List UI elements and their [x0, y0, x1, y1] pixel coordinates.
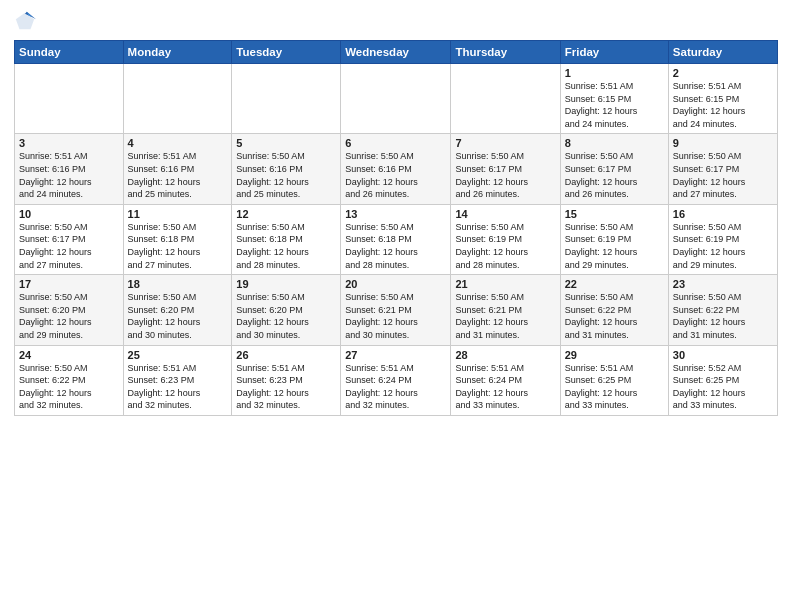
- weekday-row: SundayMondayTuesdayWednesdayThursdayFrid…: [15, 41, 778, 64]
- day-number: 16: [673, 208, 773, 220]
- weekday-monday: Monday: [123, 41, 232, 64]
- logo-icon: [14, 10, 36, 32]
- day-info: Sunrise: 5:50 AMSunset: 6:17 PMDaylight:…: [455, 150, 555, 200]
- day-cell: [232, 64, 341, 134]
- week-row-1: 1Sunrise: 5:51 AMSunset: 6:15 PMDaylight…: [15, 64, 778, 134]
- day-cell: 1Sunrise: 5:51 AMSunset: 6:15 PMDaylight…: [560, 64, 668, 134]
- calendar-body: 1Sunrise: 5:51 AMSunset: 6:15 PMDaylight…: [15, 64, 778, 416]
- day-cell: 4Sunrise: 5:51 AMSunset: 6:16 PMDaylight…: [123, 134, 232, 204]
- day-info: Sunrise: 5:50 AMSunset: 6:18 PMDaylight:…: [236, 221, 336, 271]
- page: SundayMondayTuesdayWednesdayThursdayFrid…: [0, 0, 792, 612]
- day-cell: [451, 64, 560, 134]
- day-cell: 24Sunrise: 5:50 AMSunset: 6:22 PMDayligh…: [15, 345, 124, 415]
- day-cell: 25Sunrise: 5:51 AMSunset: 6:23 PMDayligh…: [123, 345, 232, 415]
- day-number: 19: [236, 278, 336, 290]
- day-cell: 22Sunrise: 5:50 AMSunset: 6:22 PMDayligh…: [560, 275, 668, 345]
- week-row-2: 3Sunrise: 5:51 AMSunset: 6:16 PMDaylight…: [15, 134, 778, 204]
- day-info: Sunrise: 5:50 AMSunset: 6:18 PMDaylight:…: [128, 221, 228, 271]
- day-cell: 12Sunrise: 5:50 AMSunset: 6:18 PMDayligh…: [232, 204, 341, 274]
- day-cell: 14Sunrise: 5:50 AMSunset: 6:19 PMDayligh…: [451, 204, 560, 274]
- day-info: Sunrise: 5:51 AMSunset: 6:25 PMDaylight:…: [565, 362, 664, 412]
- day-number: 6: [345, 137, 446, 149]
- day-cell: [15, 64, 124, 134]
- day-info: Sunrise: 5:51 AMSunset: 6:24 PMDaylight:…: [345, 362, 446, 412]
- day-info: Sunrise: 5:50 AMSunset: 6:17 PMDaylight:…: [565, 150, 664, 200]
- day-cell: 9Sunrise: 5:50 AMSunset: 6:17 PMDaylight…: [668, 134, 777, 204]
- day-number: 26: [236, 349, 336, 361]
- day-info: Sunrise: 5:51 AMSunset: 6:16 PMDaylight:…: [128, 150, 228, 200]
- day-cell: 26Sunrise: 5:51 AMSunset: 6:23 PMDayligh…: [232, 345, 341, 415]
- day-number: 25: [128, 349, 228, 361]
- day-number: 1: [565, 67, 664, 79]
- day-cell: 7Sunrise: 5:50 AMSunset: 6:17 PMDaylight…: [451, 134, 560, 204]
- day-cell: 15Sunrise: 5:50 AMSunset: 6:19 PMDayligh…: [560, 204, 668, 274]
- day-info: Sunrise: 5:51 AMSunset: 6:24 PMDaylight:…: [455, 362, 555, 412]
- day-number: 22: [565, 278, 664, 290]
- weekday-thursday: Thursday: [451, 41, 560, 64]
- day-info: Sunrise: 5:50 AMSunset: 6:21 PMDaylight:…: [455, 291, 555, 341]
- day-cell: [123, 64, 232, 134]
- week-row-4: 17Sunrise: 5:50 AMSunset: 6:20 PMDayligh…: [15, 275, 778, 345]
- day-number: 4: [128, 137, 228, 149]
- day-number: 11: [128, 208, 228, 220]
- day-cell: 28Sunrise: 5:51 AMSunset: 6:24 PMDayligh…: [451, 345, 560, 415]
- weekday-friday: Friday: [560, 41, 668, 64]
- day-info: Sunrise: 5:50 AMSunset: 6:22 PMDaylight:…: [565, 291, 664, 341]
- day-number: 23: [673, 278, 773, 290]
- day-cell: 18Sunrise: 5:50 AMSunset: 6:20 PMDayligh…: [123, 275, 232, 345]
- day-info: Sunrise: 5:50 AMSunset: 6:19 PMDaylight:…: [455, 221, 555, 271]
- day-info: Sunrise: 5:50 AMSunset: 6:16 PMDaylight:…: [236, 150, 336, 200]
- day-number: 29: [565, 349, 664, 361]
- day-number: 2: [673, 67, 773, 79]
- day-number: 3: [19, 137, 119, 149]
- week-row-5: 24Sunrise: 5:50 AMSunset: 6:22 PMDayligh…: [15, 345, 778, 415]
- day-info: Sunrise: 5:50 AMSunset: 6:17 PMDaylight:…: [673, 150, 773, 200]
- day-info: Sunrise: 5:51 AMSunset: 6:15 PMDaylight:…: [565, 80, 664, 130]
- calendar-header: SundayMondayTuesdayWednesdayThursdayFrid…: [15, 41, 778, 64]
- day-info: Sunrise: 5:50 AMSunset: 6:16 PMDaylight:…: [345, 150, 446, 200]
- week-row-3: 10Sunrise: 5:50 AMSunset: 6:17 PMDayligh…: [15, 204, 778, 274]
- day-info: Sunrise: 5:50 AMSunset: 6:20 PMDaylight:…: [128, 291, 228, 341]
- day-cell: 13Sunrise: 5:50 AMSunset: 6:18 PMDayligh…: [341, 204, 451, 274]
- day-number: 13: [345, 208, 446, 220]
- day-number: 10: [19, 208, 119, 220]
- day-number: 9: [673, 137, 773, 149]
- day-number: 5: [236, 137, 336, 149]
- day-number: 28: [455, 349, 555, 361]
- day-cell: 23Sunrise: 5:50 AMSunset: 6:22 PMDayligh…: [668, 275, 777, 345]
- weekday-tuesday: Tuesday: [232, 41, 341, 64]
- day-cell: 27Sunrise: 5:51 AMSunset: 6:24 PMDayligh…: [341, 345, 451, 415]
- day-cell: [341, 64, 451, 134]
- day-info: Sunrise: 5:50 AMSunset: 6:19 PMDaylight:…: [673, 221, 773, 271]
- day-cell: 5Sunrise: 5:50 AMSunset: 6:16 PMDaylight…: [232, 134, 341, 204]
- weekday-sunday: Sunday: [15, 41, 124, 64]
- day-info: Sunrise: 5:50 AMSunset: 6:19 PMDaylight:…: [565, 221, 664, 271]
- day-info: Sunrise: 5:51 AMSunset: 6:23 PMDaylight:…: [236, 362, 336, 412]
- day-cell: 10Sunrise: 5:50 AMSunset: 6:17 PMDayligh…: [15, 204, 124, 274]
- day-info: Sunrise: 5:50 AMSunset: 6:20 PMDaylight:…: [19, 291, 119, 341]
- day-cell: 21Sunrise: 5:50 AMSunset: 6:21 PMDayligh…: [451, 275, 560, 345]
- day-info: Sunrise: 5:50 AMSunset: 6:21 PMDaylight:…: [345, 291, 446, 341]
- day-info: Sunrise: 5:51 AMSunset: 6:16 PMDaylight:…: [19, 150, 119, 200]
- day-info: Sunrise: 5:51 AMSunset: 6:15 PMDaylight:…: [673, 80, 773, 130]
- day-cell: 6Sunrise: 5:50 AMSunset: 6:16 PMDaylight…: [341, 134, 451, 204]
- day-info: Sunrise: 5:50 AMSunset: 6:22 PMDaylight:…: [673, 291, 773, 341]
- header: [14, 10, 778, 32]
- day-info: Sunrise: 5:51 AMSunset: 6:23 PMDaylight:…: [128, 362, 228, 412]
- weekday-saturday: Saturday: [668, 41, 777, 64]
- weekday-wednesday: Wednesday: [341, 41, 451, 64]
- day-cell: 16Sunrise: 5:50 AMSunset: 6:19 PMDayligh…: [668, 204, 777, 274]
- day-info: Sunrise: 5:50 AMSunset: 6:20 PMDaylight:…: [236, 291, 336, 341]
- day-cell: 8Sunrise: 5:50 AMSunset: 6:17 PMDaylight…: [560, 134, 668, 204]
- day-number: 8: [565, 137, 664, 149]
- day-number: 24: [19, 349, 119, 361]
- day-number: 14: [455, 208, 555, 220]
- day-number: 7: [455, 137, 555, 149]
- logo: [14, 10, 38, 32]
- day-cell: 17Sunrise: 5:50 AMSunset: 6:20 PMDayligh…: [15, 275, 124, 345]
- day-number: 18: [128, 278, 228, 290]
- day-info: Sunrise: 5:50 AMSunset: 6:17 PMDaylight:…: [19, 221, 119, 271]
- day-number: 27: [345, 349, 446, 361]
- day-number: 17: [19, 278, 119, 290]
- day-cell: 3Sunrise: 5:51 AMSunset: 6:16 PMDaylight…: [15, 134, 124, 204]
